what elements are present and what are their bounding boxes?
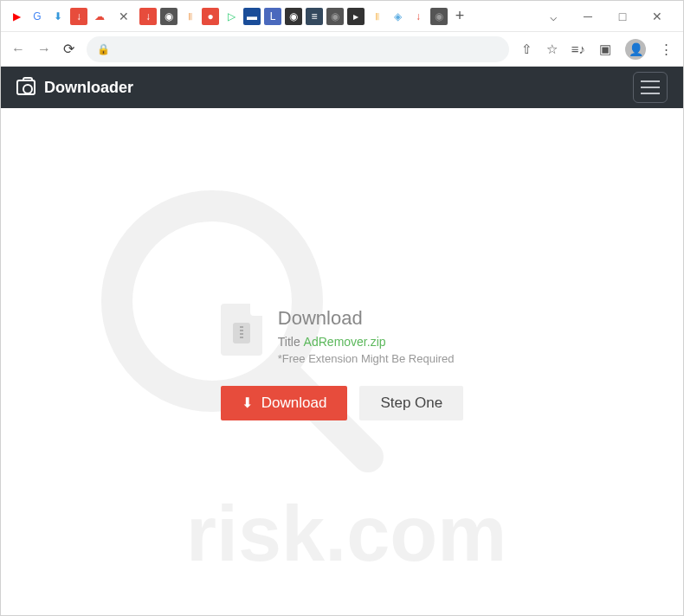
tab-favicon-letter[interactable]: L [264, 8, 281, 25]
tab-favicon-download2[interactable]: ↓ [70, 8, 87, 25]
bookmark-icon[interactable]: ☆ [546, 42, 558, 57]
step-one-button[interactable]: Step One [359, 386, 463, 420]
minimize-button[interactable]: ─ [579, 10, 597, 23]
extension-note: *Free Extension Might Be Required [278, 352, 455, 365]
tab-favicon-download4[interactable]: ↓ [410, 8, 427, 25]
extensions-icon[interactable]: ▣ [599, 42, 611, 57]
hamburger-menu-button[interactable] [633, 72, 668, 103]
tab-strip: ▶G⬇↓☁✕↓◉⫴●▷▬L◉≡◉▸⫴◈↓◉+ [8, 8, 534, 25]
download-heading: Download [278, 307, 455, 330]
svg-text:risk.com: risk.com [186, 491, 507, 577]
button-row: ⬇ Download Step One [221, 386, 463, 420]
file-info: Download Title AdRemover.zip *Free Exten… [221, 304, 463, 365]
toolbar-icons: ⇧ ☆ ≡♪ ▣ 👤 ⋮ [521, 39, 673, 60]
tab-favicon-wave[interactable]: ⫴ [368, 8, 385, 25]
back-button[interactable]: ← [11, 42, 25, 57]
tab-favicon-audio[interactable]: ⫴ [181, 8, 198, 25]
playlist-icon[interactable]: ≡♪ [571, 42, 585, 56]
tab-favicon-google[interactable]: G [29, 8, 46, 25]
file-title-line: Title AdRemover.zip [278, 335, 455, 349]
download-button[interactable]: ⬇ Download [221, 386, 348, 420]
chevron-down-icon[interactable]: ⌵ [545, 10, 562, 23]
tab-favicon-download1[interactable]: ⬇ [49, 8, 67, 25]
share-icon[interactable]: ⇧ [521, 42, 532, 57]
tab-favicon-shield[interactable]: ◈ [389, 8, 406, 25]
browser-title-bar: ▶G⬇↓☁✕↓◉⫴●▷▬L◉≡◉▸⫴◈↓◉+ ⌵ ─ □ ✕ [1, 1, 683, 32]
forward-button[interactable]: → [37, 42, 51, 57]
file-meta: Download Title AdRemover.zip *Free Exten… [278, 304, 455, 365]
brand-label: Downloader [44, 79, 133, 97]
tab-favicon-record[interactable]: ◉ [285, 8, 302, 25]
lock-icon: 🔒 [97, 43, 110, 55]
tab-favicon-youtube[interactable]: ▶ [8, 8, 25, 25]
profile-icon[interactable]: 👤 [625, 39, 646, 60]
close-window-button[interactable]: ✕ [649, 10, 666, 23]
tab-favicon-download3[interactable]: ↓ [139, 8, 157, 25]
menu-icon[interactable]: ⋮ [660, 42, 673, 57]
reload-button[interactable]: ⟳ [63, 41, 74, 57]
filename: AdRemover.zip [304, 335, 386, 349]
active-tab[interactable]: ✕ [112, 10, 136, 23]
close-tab-icon[interactable]: ✕ [119, 10, 129, 23]
page-content: risk.com Download Title AdRemover.zip *F… [1, 108, 683, 615]
page-header: Downloader [1, 67, 683, 108]
address-bar: ← → ⟳ 🔒 ⇧ ☆ ≡♪ ▣ 👤 ⋮ [1, 32, 683, 67]
tab-favicon-tv[interactable]: ▬ [243, 8, 261, 25]
new-tab-button[interactable]: + [451, 8, 468, 25]
maximize-button[interactable]: □ [614, 10, 631, 23]
tab-favicon-play2[interactable]: ▸ [347, 8, 365, 25]
zip-file-icon [221, 304, 262, 356]
tab-favicon-play[interactable]: ▷ [223, 8, 240, 25]
brand: Downloader [16, 79, 133, 97]
title-label: Title [278, 335, 300, 349]
tab-favicon-lines[interactable]: ≡ [306, 8, 323, 25]
download-card: Download Title AdRemover.zip *Free Exten… [221, 304, 463, 420]
download-icon: ⬇ [242, 395, 253, 411]
tab-favicon-globe1[interactable]: ◉ [160, 8, 177, 25]
camera-icon [16, 80, 35, 95]
step-button-label: Step One [380, 395, 442, 412]
window-controls: ⌵ ─ □ ✕ [534, 10, 676, 23]
download-button-label: Download [261, 395, 327, 412]
tab-favicon-globe2[interactable]: ◉ [326, 8, 344, 25]
url-input[interactable]: 🔒 [87, 36, 509, 62]
tab-favicon-globe3[interactable]: ◉ [430, 8, 448, 25]
tab-favicon-red1[interactable]: ● [202, 8, 219, 25]
tab-favicon-cloud[interactable]: ☁ [91, 8, 108, 25]
